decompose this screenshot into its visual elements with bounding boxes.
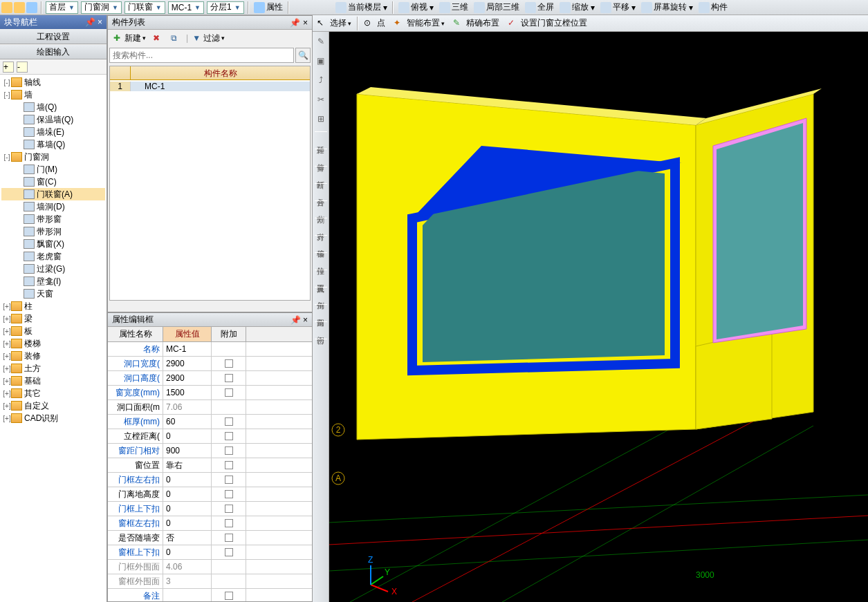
point-button[interactable]: ⊙点	[360, 16, 389, 31]
zoom-button[interactable]: 缩放▾	[557, 1, 598, 15]
open-icon[interactable]	[14, 2, 25, 13]
property-button[interactable]: 属性	[251, 1, 286, 15]
pan-button[interactable]: 平移▾	[598, 1, 638, 15]
tree-item[interactable]: 天窗	[1, 288, 105, 300]
property-row[interactable]: 门离地高度0	[108, 487, 312, 502]
folder-icon[interactable]	[1, 2, 12, 13]
3d-button[interactable]: 三维	[436, 1, 471, 15]
property-row[interactable]: 窗框外围面3	[108, 574, 312, 589]
close-icon[interactable]: ×	[303, 18, 308, 28]
vtool-button[interactable]: 拉伸	[315, 258, 326, 264]
checkbox[interactable]	[225, 592, 233, 600]
property-row[interactable]: 是否随墙变否	[108, 531, 312, 545]
tree-item[interactable]: [-]门窗洞	[1, 151, 105, 163]
pin-icon[interactable]: 📌	[85, 17, 95, 27]
local-3d-button[interactable]: 局部三维	[471, 1, 522, 15]
delete-button[interactable]: ✖	[150, 31, 167, 45]
property-row[interactable]: 名称MC-1	[108, 342, 312, 357]
checkbox[interactable]	[225, 417, 233, 426]
property-row[interactable]: 窗位置靠右	[108, 458, 312, 473]
vtool-icon[interactable]: ✎	[314, 35, 328, 48]
checkbox[interactable]	[225, 461, 233, 469]
property-row[interactable]: 立樘距离(0	[108, 429, 312, 444]
property-row[interactable]: 洞口面积(m7.06	[108, 400, 312, 415]
property-row[interactable]: 窗框左右扣0	[108, 516, 312, 531]
vtool-button[interactable]: 打断	[315, 172, 326, 178]
vtool-icon[interactable]: ▣	[314, 54, 328, 68]
viewport-3d[interactable]: 2 A 3000 X Y Z	[329, 32, 868, 602]
vtool-button[interactable]: 修剪	[315, 155, 326, 160]
expand-icon[interactable]: +	[3, 62, 14, 73]
checkbox[interactable]	[225, 490, 233, 498]
vtool-button[interactable]: 设置夹点	[315, 276, 326, 281]
tab-project[interactable]: 工程设置	[0, 29, 107, 44]
checkbox[interactable]	[225, 359, 233, 368]
tree-item[interactable]: 保温墙(Q)	[1, 113, 105, 126]
close-icon[interactable]: ×	[303, 315, 308, 325]
floor-dropdown[interactable]: 首层▼	[46, 1, 78, 14]
tree-item[interactable]: 带形洞	[1, 225, 105, 238]
vtool-button[interactable]: 分割	[315, 207, 326, 212]
vtool-button[interactable]: 对齐	[315, 224, 326, 229]
tree-item[interactable]: [+]楼梯	[1, 337, 105, 350]
checkbox[interactable]	[225, 432, 233, 440]
pin-icon[interactable]: 📌	[290, 315, 301, 325]
tree-item[interactable]: 墙(Q)	[1, 101, 105, 113]
vtool-icon[interactable]: ⤴	[314, 73, 328, 87]
property-row[interactable]: 窗距门相对900	[108, 444, 312, 458]
tree-item[interactable]: [+]板	[1, 325, 105, 337]
tree-item[interactable]: 老虎窗	[1, 250, 105, 263]
vtool-icon[interactable]: ⊞	[314, 112, 328, 126]
filter-button[interactable]: ▼过滤▾	[190, 31, 228, 45]
tree-item[interactable]: 墙洞(D)	[1, 200, 105, 213]
smart-layout-button[interactable]: ✦智能布置▾	[389, 16, 449, 31]
vtool-button[interactable]: 闭合	[315, 328, 326, 333]
checkbox[interactable]	[225, 519, 233, 527]
checkbox[interactable]	[225, 446, 233, 455]
collapse-icon[interactable]: -	[17, 62, 28, 73]
pin-icon[interactable]: 📌	[290, 18, 300, 28]
tree-item[interactable]: [+]装修	[1, 350, 105, 362]
property-row[interactable]: 洞口高度(2900	[108, 371, 312, 386]
component-row[interactable]: 1MC-1	[110, 80, 310, 93]
component-list[interactable]: 构件名称 1MC-1	[109, 66, 311, 301]
checkbox[interactable]	[225, 374, 233, 382]
tree-item[interactable]: 窗(C)	[1, 176, 105, 188]
rotate-button[interactable]: 屏幕旋转▾	[638, 1, 696, 15]
component-button[interactable]: 构件	[696, 1, 730, 15]
tree-item[interactable]: 墙垛(E)	[1, 126, 105, 138]
current-floor-button[interactable]: 当前楼层▾	[333, 1, 390, 15]
precise-layout-button[interactable]: ✎精确布置	[449, 16, 504, 31]
vtool-button[interactable]: 延伸	[315, 138, 326, 143]
tree-item[interactable]: [+]其它	[1, 387, 105, 399]
fullscreen-button[interactable]: 全屏	[522, 1, 557, 15]
tree-item[interactable]: 过梁(G)	[1, 263, 105, 275]
property-row[interactable]: 备注	[108, 589, 312, 601]
select-button[interactable]: ↖选择▾	[313, 16, 355, 31]
vtool-button[interactable]: 偏移	[315, 241, 326, 247]
tree-item[interactable]: [+]梁	[1, 312, 105, 325]
nav-tree[interactable]: [-]轴线[-]墙墙(Q)保温墙(Q)墙垛(E)幕墙(Q)[-]门窗洞门(M)窗…	[0, 75, 107, 602]
tree-item[interactable]: [+]基础	[1, 375, 105, 387]
tree-item[interactable]: [-]墙	[1, 88, 105, 101]
category-dropdown[interactable]: 门窗洞▼	[81, 1, 122, 14]
checkbox[interactable]	[225, 534, 233, 542]
close-icon[interactable]: ×	[98, 17, 102, 27]
property-row[interactable]: 门框上下扣0	[108, 502, 312, 516]
tree-item[interactable]: [+]CAD识别	[1, 412, 105, 424]
property-row[interactable]: 窗宽度(mm)1500	[108, 386, 312, 400]
property-grid[interactable]: 属性名称 属性值 附加 名称MC-1洞口宽度(2900洞口高度(2900窗宽度(…	[108, 327, 312, 601]
tree-item[interactable]: 门(M)	[1, 163, 105, 176]
property-row[interactable]: 门框外围面4.06	[108, 560, 312, 574]
copy-button[interactable]: ⧉	[168, 31, 185, 45]
tab-draw[interactable]: 绘图输入	[0, 44, 107, 59]
tree-item[interactable]: [+]柱	[1, 300, 105, 312]
tree-item[interactable]: [-]轴线	[1, 76, 105, 88]
new-button[interactable]: ✚新建▾	[111, 31, 149, 45]
vtool-button[interactable]: 倒角	[315, 293, 326, 299]
property-row[interactable]: 框厚(mm)60	[108, 415, 312, 429]
search-button[interactable]: 🔍	[295, 48, 311, 63]
tree-item[interactable]: [+]自定义	[1, 399, 105, 412]
component-dropdown[interactable]: MC-1▼	[168, 1, 204, 14]
checkbox[interactable]	[225, 505, 233, 513]
